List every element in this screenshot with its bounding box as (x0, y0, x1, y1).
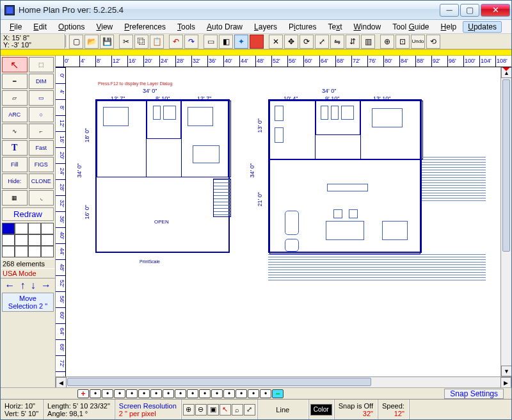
circle-tool[interactable]: ○ (29, 107, 54, 122)
ruler-horizontal[interactable]: 0'4'8'12'16'20'24'28'32'36'40'44'48'52'5… (56, 56, 511, 67)
layer-remove-button[interactable]: − (272, 389, 284, 398)
menu-window[interactable]: Window (348, 21, 386, 33)
drawing-canvas[interactable]: Press F12 to display the Layer Dialog 34… (66, 67, 500, 376)
undo-icon[interactable]: ↶ (169, 35, 183, 49)
arrow-tool[interactable]: ↖ (2, 57, 28, 72)
dim-tool[interactable]: DIM (29, 74, 54, 89)
maximize-button[interactable]: ▢ (460, 4, 479, 17)
layer-dot[interactable]: • (248, 389, 259, 398)
menu-file[interactable]: File (4, 21, 27, 33)
color-button[interactable]: Color (310, 404, 332, 416)
hatch-tool[interactable]: ▦ (2, 190, 28, 206)
copy-icon[interactable]: ⿻ (134, 35, 148, 49)
mirror-v-icon[interactable]: ⇵ (346, 35, 360, 49)
layer-dot[interactable]: • (138, 389, 150, 398)
refresh-icon[interactable]: ⟲ (426, 35, 440, 49)
scrollbar-horizontal[interactable]: ◀ ▶ (56, 376, 511, 387)
delete-icon[interactable]: ✕ (269, 35, 283, 49)
layer-add-button[interactable]: + (77, 389, 89, 398)
rotate-icon[interactable]: ⟳ (300, 35, 314, 49)
scroll-down-icon[interactable]: ▼ (501, 366, 511, 376)
zoom-window-icon[interactable]: ⌕ (232, 404, 243, 416)
nudge-left-icon[interactable]: ← (4, 280, 15, 291)
menu-pictures[interactable]: Pictures (284, 21, 321, 33)
stop-icon[interactable] (250, 35, 264, 49)
menu-toolguide[interactable]: Tool Guide (387, 21, 434, 33)
rect-tool[interactable]: ▭ (29, 90, 54, 106)
eraser-icon[interactable]: ◧ (219, 35, 233, 49)
ruler-vertical[interactable]: 0'4'8'12'16'20'24'28'32'36'40'44'48'52'5… (56, 67, 66, 376)
layer-dot[interactable]: • (187, 389, 198, 398)
zoom-fit-icon[interactable]: ▣ (207, 404, 219, 416)
zoom-area-icon[interactable]: ⊡ (396, 35, 410, 49)
snap-settings-button[interactable]: Snap Settings (444, 389, 504, 399)
layer-dot[interactable]: • (211, 389, 223, 398)
move-selection-button[interactable]: Move Selection 2 " (2, 293, 54, 312)
menu-edit[interactable]: Edit (28, 21, 52, 33)
paste-icon[interactable]: 📋 (150, 35, 164, 49)
zoom-in-icon[interactable]: ⊕ (183, 404, 195, 416)
menu-layers[interactable]: Layers (249, 21, 282, 33)
mirror-h-icon[interactable]: ⇋ (330, 35, 344, 49)
door-tool[interactable]: ◟ (29, 190, 54, 206)
layer-dot[interactable]: • (236, 389, 247, 398)
ruler-tick: 64' (56, 323, 65, 339)
layer-dot[interactable]: • (175, 389, 186, 398)
menu-preferences[interactable]: Preferences (119, 21, 171, 33)
close-button[interactable]: ✕ (481, 4, 510, 17)
arc-tool[interactable]: ARC (2, 107, 28, 122)
layer-dot[interactable]: • (90, 389, 101, 398)
undo-label-icon[interactable]: Undo (411, 35, 425, 49)
layer-dot[interactable]: • (114, 389, 125, 398)
line-tool[interactable]: ━ (2, 74, 28, 89)
scroll-right-icon[interactable]: ▶ (500, 377, 511, 387)
move-icon[interactable]: ✥ (284, 35, 298, 49)
minimize-button[interactable]: ─ (440, 4, 459, 17)
nudge-down-icon[interactable]: ↓ (31, 280, 36, 291)
menu-updates[interactable]: Updates (463, 21, 502, 33)
nudge-up-icon[interactable]: ↑ (20, 280, 25, 291)
align-icon[interactable]: ▥ (361, 35, 375, 49)
menu-view[interactable]: View (91, 21, 118, 33)
menu-options[interactable]: Options (53, 21, 90, 33)
scale-icon[interactable]: ⤢ (315, 35, 329, 49)
curve-tool[interactable]: ∿ (2, 124, 28, 139)
layer-dot[interactable]: • (163, 389, 174, 398)
nudge-right-icon[interactable]: → (41, 280, 51, 291)
redo-icon[interactable]: ↷ (184, 35, 198, 49)
hide-tool[interactable]: Hide: (2, 174, 28, 189)
zoom-select-icon[interactable]: ↖ (220, 404, 231, 416)
cut-icon[interactable]: ✂ (119, 35, 133, 49)
layer-dot[interactable]: • (199, 389, 211, 398)
snap-cursor-icon[interactable]: ✦ (234, 35, 248, 49)
scrollbar-vertical[interactable]: ▲ ▼ (500, 67, 511, 376)
layer-dot[interactable]: • (126, 389, 138, 398)
fill-tool[interactable]: Fill (2, 157, 28, 172)
open-file-icon[interactable]: 📂 (84, 35, 99, 49)
clone-tool[interactable]: CLONE (29, 174, 54, 189)
figs-tool[interactable]: FIGS (29, 157, 54, 172)
menu-tools[interactable]: Tools (172, 21, 200, 33)
scroll-left-icon[interactable]: ◀ (56, 377, 67, 387)
fast-text-tool[interactable]: Fast (29, 140, 54, 156)
zoom-out-icon[interactable]: ⊖ (195, 404, 207, 416)
color-swatch-grid[interactable] (2, 223, 54, 257)
layer-dot[interactable]: • (150, 389, 162, 398)
rect-outline-tool[interactable]: ▱ (2, 90, 28, 106)
menu-text[interactable]: Text (323, 21, 347, 33)
menu-help[interactable]: Help (436, 21, 462, 33)
new-file-icon[interactable]: ▢ (69, 35, 83, 49)
marquee-tool[interactable]: ⬚ (29, 57, 54, 72)
zoom-in-icon[interactable]: ⊕ (380, 35, 394, 49)
ruler-tick: 68' (56, 339, 65, 355)
menu-autodraw[interactable]: Auto Draw (202, 21, 248, 33)
text-tool[interactable]: T (2, 140, 28, 156)
save-file-icon[interactable]: 💾 (100, 35, 114, 49)
redraw-button[interactable]: Redraw (2, 207, 54, 221)
layer-dot[interactable]: • (102, 389, 113, 398)
zoom-extent-icon[interactable]: ⤢ (244, 404, 255, 416)
layer-dot[interactable]: • (223, 389, 235, 398)
polyline-tool[interactable]: ⌐ (29, 124, 54, 139)
select-rect-icon[interactable]: ▭ (204, 35, 218, 49)
layer-dot[interactable]: • (260, 389, 271, 398)
